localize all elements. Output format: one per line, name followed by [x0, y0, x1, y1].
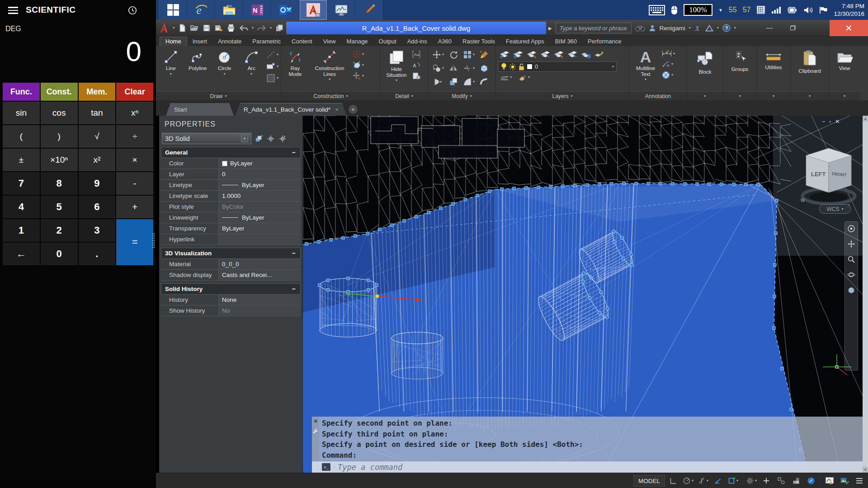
close-button[interactable]: ✕: [830, 20, 868, 36]
calc-key-close-paren[interactable]: ): [41, 125, 78, 148]
nav-wheel-icon[interactable]: [847, 225, 855, 233]
snap-mode-button[interactable]: ▾: [681, 475, 695, 487]
rectangle-tool-button[interactable]: ▾: [266, 61, 278, 71]
layer-walk-icon[interactable]: [580, 49, 591, 60]
recent-commands-caret-icon[interactable]: ▾: [333, 465, 335, 469]
layer-state-button[interactable]: ▾: [500, 74, 512, 81]
calc-key-7[interactable]: 7: [3, 172, 40, 195]
section-header-solid-history[interactable]: Solid History−: [161, 283, 301, 295]
copy-button[interactable]: ▾: [430, 61, 446, 75]
command-input[interactable]: [338, 463, 863, 472]
panel-label-construction[interactable]: Construction▾: [281, 91, 380, 100]
layer-dropdown[interactable]: 0 ▾: [498, 61, 617, 72]
layer-thaw-sun-icon[interactable]: [509, 63, 516, 70]
volume-icon[interactable]: [804, 6, 813, 14]
viewport-minimize-icon[interactable]: −: [822, 118, 825, 125]
property-value[interactable]: ByLayer: [219, 212, 301, 223]
calc-key-multiply[interactable]: ×: [116, 149, 153, 171]
search-expand-icon[interactable]: ▶: [548, 26, 552, 31]
property-value[interactable]: ByLayer: [219, 158, 301, 169]
clear-button[interactable]: Clear: [116, 83, 153, 101]
calc-key-equals[interactable]: =: [116, 219, 153, 265]
calc-key-backspace[interactable]: ←: [3, 243, 40, 265]
property-row[interactable]: Linetype ByLayer: [161, 180, 301, 191]
layer-isolate-icon[interactable]: [526, 49, 537, 60]
ribbon-tab[interactable]: Add-ins: [402, 37, 433, 46]
utilities-button[interactable]: Utilities: [759, 48, 788, 90]
ribbon-tab[interactable]: Insert: [187, 37, 213, 46]
collapse-icon[interactable]: −: [292, 149, 296, 156]
collapse-icon[interactable]: −: [292, 286, 296, 292]
calc-key-minus[interactable]: -: [116, 172, 153, 195]
exchange-apps-icon[interactable]: X: [694, 24, 702, 32]
scale-button[interactable]: [446, 75, 461, 89]
panel-label-block[interactable]: ▾: [687, 91, 723, 100]
panel-label-detail[interactable]: Detail▾: [381, 91, 428, 100]
user-menu-caret-icon[interactable]: ▾: [689, 26, 691, 30]
taskbar-file-explorer[interactable]: [215, 0, 243, 20]
mem-button[interactable]: Mem.: [79, 83, 116, 101]
func-button[interactable]: Func.: [3, 83, 40, 101]
taskbar-paint[interactable]: [355, 0, 383, 20]
search-icon[interactable]: [635, 24, 645, 32]
polyline-button[interactable]: Polyline: [185, 48, 211, 90]
multiline-text-button[interactable]: AMultiline Text▾: [632, 48, 660, 90]
plot-button[interactable]: [226, 23, 236, 33]
save-button[interactable]: [202, 23, 211, 33]
snap-tracking-button[interactable]: [774, 475, 788, 487]
section-header-3d-visualization[interactable]: 3D Visualization−: [161, 248, 301, 259]
model-space-button[interactable]: MODEL: [633, 475, 665, 487]
ribbon-tab[interactable]: View: [318, 37, 341, 46]
hatch-tool-button[interactable]: ▾: [266, 73, 278, 83]
layer-freeze-icon[interactable]: [540, 49, 551, 60]
panel-label-clipboard[interactable]: ▾: [791, 91, 829, 100]
move-button[interactable]: ▾: [430, 48, 446, 61]
scroll-down-icon[interactable]: ▼: [863, 467, 868, 473]
property-value[interactable]: ByLayer: [219, 180, 301, 190]
viewport-close-icon[interactable]: ✕: [835, 118, 840, 125]
calc-key-divide[interactable]: ÷: [116, 125, 153, 148]
ribbon-tab[interactable]: Raster Tools: [457, 37, 500, 46]
calc-key-decimal[interactable]: .: [79, 243, 116, 265]
property-value[interactable]: None: [219, 295, 301, 305]
command-customize-icon[interactable]: [312, 428, 319, 434]
menu-icon[interactable]: [8, 7, 18, 14]
ribbon-tab[interactable]: BIM 360: [550, 37, 582, 46]
property-value[interactable]: ByLayer: [219, 223, 301, 234]
layer-dropdown-caret-icon[interactable]: ▾: [612, 65, 614, 69]
property-row[interactable]: Plot style ByColor: [161, 202, 301, 212]
view-button[interactable]: View: [831, 48, 858, 90]
tray-expand-icon[interactable]: ▼: [718, 8, 723, 13]
segment-tool-button[interactable]: ▾: [266, 50, 278, 60]
property-value[interactable]: 1.0000: [219, 191, 301, 201]
hide-situation-button[interactable]: Hide Situation▾: [383, 48, 410, 90]
property-row[interactable]: Material 0_0_0: [161, 259, 301, 270]
appmenu-caret-icon[interactable]: ▾: [173, 26, 175, 30]
property-value[interactable]: ByColor: [219, 202, 301, 212]
calc-key-negate[interactable]: ±: [3, 149, 40, 171]
new-drawing-tab-button[interactable]: +: [349, 105, 358, 114]
match-properties-button[interactable]: [476, 48, 492, 61]
ribbon-tab[interactable]: Featured Apps: [500, 37, 550, 46]
calc-key-plus[interactable]: +: [116, 196, 153, 218]
dimension-button[interactable]: ▾: [661, 50, 675, 58]
signed-in-user[interactable]: Renigami: [660, 25, 685, 32]
grid-display-button[interactable]: [666, 475, 680, 487]
command-window[interactable]: ✕ Specify second point on plane:Specify …: [312, 417, 863, 473]
selection-dropdown-caret-icon[interactable]: ▾: [241, 135, 248, 142]
property-row[interactable]: Linetype scale 1.0000: [161, 191, 301, 202]
annotation-scale-button[interactable]: AA: [412, 50, 421, 59]
taskbar-onenote[interactable]: N: [243, 0, 271, 20]
ribbon-tab[interactable]: A360: [433, 37, 457, 46]
table-button[interactable]: ▾: [661, 70, 675, 80]
undo-button[interactable]: [239, 25, 249, 32]
calc-key-8[interactable]: 8: [41, 172, 78, 195]
arc-button[interactable]: Arc▾: [239, 48, 264, 90]
taskbar-outlook[interactable]: [271, 0, 299, 20]
application-menu-button[interactable]: [159, 23, 170, 33]
showmotion-icon[interactable]: [847, 286, 855, 294]
stretch-button[interactable]: [430, 75, 446, 89]
file-tab-close-icon[interactable]: ×: [335, 106, 339, 113]
calc-key-5[interactable]: 5: [41, 196, 78, 218]
palette-grip[interactable]: [152, 233, 155, 248]
